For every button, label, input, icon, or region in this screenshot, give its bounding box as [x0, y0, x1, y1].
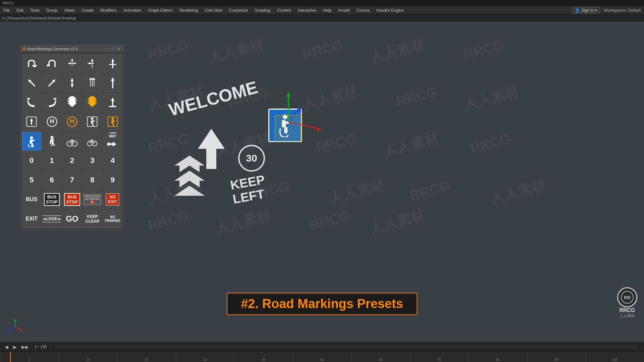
- icon-arrow-up-tall[interactable]: [103, 73, 122, 92]
- icon-curved-right-big[interactable]: [42, 93, 61, 112]
- icon-double-arrow-v[interactable]: [62, 73, 82, 92]
- menu-customize[interactable]: Customize: [226, 6, 252, 14]
- icon-bicycle-small[interactable]: [83, 132, 102, 150]
- icon-double-chevron-orange[interactable]: [83, 93, 102, 112]
- label-bus[interactable]: BUS: [22, 190, 41, 209]
- icon-uturn-left[interactable]: [22, 54, 41, 73]
- logo-text-main: RRCG: [619, 307, 635, 313]
- menu-arnold[interactable]: Arnold: [335, 6, 353, 14]
- label-bus-stop-alt[interactable]: BUSSTOP: [62, 190, 82, 209]
- digit-0[interactable]: 0: [22, 151, 41, 170]
- timeline-play-button[interactable]: ▶: [12, 344, 18, 350]
- ruler-tick-10: 10: [59, 352, 117, 362]
- viewport[interactable]: RRCG 人人素材 RRCG 人人素材 RRCG 人人素材 RRCG 人人素材 …: [0, 21, 644, 342]
- menu-create[interactable]: Create: [78, 6, 97, 14]
- icon-handicap-blue[interactable]: [22, 132, 41, 150]
- digit-8[interactable]: 8: [83, 171, 102, 189]
- menu-views[interactable]: Views: [61, 6, 78, 14]
- label-bus-stop[interactable]: BUSSTOP: [42, 190, 61, 209]
- svg-marker-18: [27, 78, 36, 87]
- panel-minimize-button[interactable]: –: [105, 47, 110, 51]
- handicap-sign-3d[interactable]: [268, 109, 302, 142]
- banner-text: #2. Road Markings Presets: [241, 297, 403, 311]
- menu-scripting[interactable]: Scripting: [251, 6, 274, 14]
- logo-text-sub: 人人素材: [620, 313, 635, 318]
- icon-arrow-up-box[interactable]: [22, 112, 41, 131]
- ruler-tick-80: 80: [468, 352, 527, 362]
- icon-t-arrow-up[interactable]: [103, 54, 122, 73]
- digit-7[interactable]: 7: [62, 171, 82, 189]
- icon-bicycle-big[interactable]: [62, 132, 82, 150]
- ruler-tick-0: 0: [0, 352, 59, 362]
- menu-corona[interactable]: Corona: [353, 6, 373, 14]
- label-keep-clear[interactable]: KEEPCLEAR: [83, 209, 102, 228]
- svg-marker-1: [174, 156, 205, 172]
- icon-right-arrow[interactable]: [42, 73, 61, 92]
- menu-help[interactable]: Help: [320, 6, 335, 14]
- digit-9[interactable]: 9: [103, 171, 122, 189]
- frame-counter[interactable]: 0 / 100: [32, 344, 49, 350]
- ruler-tick-50: 50: [293, 352, 352, 362]
- label-exit[interactable]: EXIT: [22, 209, 41, 228]
- icon-cturn-right[interactable]: [42, 54, 61, 73]
- digit-1[interactable]: 1: [42, 151, 61, 170]
- road-markings-panel: ⊞ Road Markings Generator v2.0 – □ ✕: [20, 45, 124, 230]
- icon-arrow-with-base[interactable]: [103, 93, 122, 112]
- timeline-cursor[interactable]: [10, 352, 11, 362]
- menu-edit[interactable]: Edit: [13, 6, 27, 14]
- label-no-parking[interactable]: NO PARKING: [103, 209, 122, 228]
- menu-civil-view[interactable]: Civil View: [202, 6, 226, 14]
- digit-6[interactable]: 6: [42, 171, 61, 189]
- svg-marker-59: [7, 328, 10, 331]
- icon-split-arrows[interactable]: [62, 54, 82, 73]
- menu-rendering[interactable]: Rendering: [176, 6, 201, 14]
- svg-marker-35: [30, 118, 33, 125]
- sign-in-button[interactable]: 👤 Sign In ▾: [572, 7, 600, 14]
- menu-modifiers[interactable]: Modifiers: [97, 6, 120, 14]
- icon-double-chevron-white[interactable]: [62, 93, 82, 112]
- icon-handicap-white[interactable]: [83, 112, 102, 131]
- menu-graph-editors[interactable]: Graph Editors: [145, 6, 176, 14]
- menu-houdini[interactable]: Houdini Engine: [373, 6, 407, 14]
- timeline-ruler[interactable]: 0 10 20 30 40 50 60 70 80 90 100: [0, 352, 644, 362]
- digit-3[interactable]: 3: [83, 151, 102, 170]
- icon-handicap-yellow[interactable]: [103, 112, 122, 131]
- timeline-next-button[interactable]: ▶▶: [20, 344, 30, 350]
- icon-two-way[interactable]: TWO WAY: [103, 132, 122, 150]
- svg-marker-20: [70, 78, 73, 88]
- icon-left-arrow[interactable]: [22, 73, 41, 92]
- label-no-parking-access[interactable]: FIRE ACCESSNO PARKING ⛔: [83, 190, 102, 209]
- speed-limit-sign: 30: [238, 145, 265, 172]
- menu-group[interactable]: Group: [43, 6, 61, 14]
- icon-triple-arrow-v[interactable]: [83, 73, 102, 92]
- panel-close-button[interactable]: ✕: [116, 47, 122, 51]
- label-look[interactable]: ◄LOOK►: [42, 209, 61, 228]
- panel-restore-button[interactable]: □: [110, 47, 115, 51]
- svg-text:RR: RR: [624, 295, 631, 300]
- label-go[interactable]: GO: [62, 209, 82, 228]
- menu-file[interactable]: File: [0, 6, 13, 14]
- menu-tools[interactable]: Tools: [27, 6, 43, 14]
- svg-point-45: [30, 136, 33, 139]
- icon-hospital-h[interactable]: H: [42, 112, 61, 131]
- svg-marker-15: [88, 62, 94, 64]
- svg-marker-19: [47, 78, 56, 87]
- digit-4[interactable]: 4: [103, 151, 122, 170]
- menu-animation[interactable]: Animation: [120, 6, 145, 14]
- digit-2[interactable]: 2: [62, 151, 82, 170]
- panel-title: Road Markings Generator v2.0: [27, 47, 77, 51]
- icon-pedestrian[interactable]: [42, 132, 61, 150]
- icon-up-left-arrows[interactable]: [83, 54, 102, 73]
- menu-interactive[interactable]: Interactive: [294, 6, 320, 14]
- icon-curved-left-big[interactable]: [22, 93, 41, 112]
- digit-5[interactable]: 5: [22, 171, 41, 189]
- menu-bar: File Edit Tools Group Views Create Modif…: [0, 6, 644, 15]
- viewport-header: [+] [Perspective] [Standard] [Default Sh…: [0, 15, 644, 21]
- label-no-exit[interactable]: NOEXIT: [103, 190, 122, 209]
- icon-hospital-h-yellow[interactable]: H: [62, 112, 82, 131]
- svg-marker-5: [286, 92, 290, 97]
- svg-marker-9: [316, 127, 321, 131]
- menu-content[interactable]: Content: [274, 6, 294, 14]
- timeline-prev-button[interactable]: ◀: [3, 344, 10, 350]
- svg-marker-57: [20, 328, 23, 331]
